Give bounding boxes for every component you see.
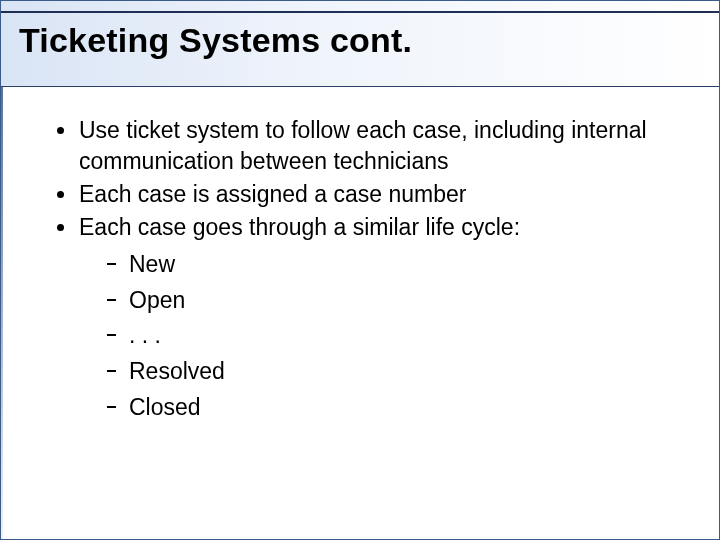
bullet-text: Each case is assigned a case number — [79, 181, 466, 207]
bullet-item: Each case goes through a similar life cy… — [51, 212, 689, 425]
slide: Ticketing Systems cont. Use ticket syste… — [0, 0, 720, 540]
bullet-text: Use ticket system to follow each case, i… — [79, 117, 647, 174]
bullet-list: Use ticket system to follow each case, i… — [51, 115, 689, 425]
lifecycle-text: Resolved — [129, 358, 225, 384]
content-area: Use ticket system to follow each case, i… — [1, 87, 719, 447]
bullet-text: Each case goes through a similar life cy… — [79, 214, 520, 240]
lifecycle-text: Open — [129, 287, 185, 313]
lifecycle-text: New — [129, 251, 175, 277]
lifecycle-item: New — [101, 247, 689, 283]
bullet-item: Use ticket system to follow each case, i… — [51, 115, 689, 177]
header-top-rule — [1, 11, 719, 13]
slide-title: Ticketing Systems cont. — [19, 21, 412, 60]
lifecycle-item: Open — [101, 283, 689, 319]
lifecycle-list: New Open . . . Resolved Closed — [101, 247, 689, 425]
lifecycle-item: . . . — [101, 318, 689, 354]
lifecycle-item: Closed — [101, 390, 689, 426]
lifecycle-text: . . . — [129, 322, 161, 348]
lifecycle-text: Closed — [129, 394, 201, 420]
lifecycle-item: Resolved — [101, 354, 689, 390]
header-region: Ticketing Systems cont. — [1, 1, 719, 87]
bullet-item: Each case is assigned a case number — [51, 179, 689, 210]
